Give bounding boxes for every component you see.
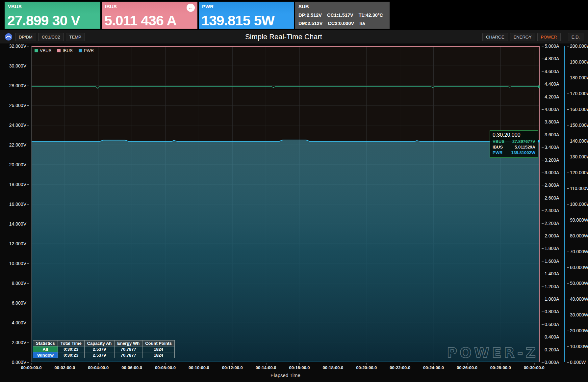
axis-tick-label: 28.000V (9, 83, 26, 88)
tooltip-row: VBUS27.897677V (493, 139, 535, 145)
back-arrow-icon[interactable]: ← (187, 4, 195, 12)
axis-tick-label: 3.200A (545, 157, 559, 163)
vbus-value: 27.899 30 V (7, 14, 80, 28)
sub-measurement: T1:42.30°C (359, 13, 383, 18)
time-tick-label: 00:06:00.0 (121, 365, 142, 370)
axis-tick-label: 60.000W (570, 265, 588, 270)
stats-row-toggle-all[interactable]: All (33, 346, 58, 352)
app-logo-icon[interactable] (5, 33, 13, 41)
tooltip-row: PWR139.81002W (493, 150, 535, 156)
axis-tick-label: 3.000A (545, 170, 559, 175)
tooltip-series-value: 139.81002W (511, 150, 535, 156)
legend-item-vbus: VBUS (35, 48, 51, 53)
axis-tick-label: 1.000A (545, 296, 559, 302)
sub-measurement: na (359, 21, 365, 26)
sub-label: SUB (298, 4, 309, 9)
tab-power[interactable]: POWER (537, 33, 561, 41)
series-line-vbus (31, 87, 540, 88)
time-tick-label: 00:12:00.0 (222, 365, 243, 370)
stats-cell: 0:30:23 (58, 352, 84, 358)
tab-charge[interactable]: CHARGE (482, 33, 508, 41)
legend-item-ibus: IBUS (57, 48, 72, 53)
series-end-marker-pwr (538, 140, 540, 142)
tab-temp[interactable]: TEMP (66, 33, 85, 41)
left-tabs: DP/DMCC1/CC2TEMP (15, 33, 85, 41)
axis-tick-label: 8.000V (12, 281, 26, 286)
stats-cell: 0:30:23 (58, 346, 84, 352)
voltage-axis: 32.000V30.000V28.000V26.000V24.000V22.00… (0, 46, 28, 362)
tab-energy[interactable]: ENERGY (510, 33, 535, 41)
pwr-value: 139.815 5W (201, 14, 274, 28)
stats-header-cell: Total Time (58, 341, 84, 346)
stats-header-row: StatisticsTotal TimeCapacity AhEnergy Wh… (33, 341, 175, 346)
legend-label: PWR (84, 48, 94, 53)
tab-cc1-cc2[interactable]: CC1/CC2 (38, 33, 64, 41)
axis-tick-label: 3.800A (545, 119, 559, 124)
axis-tick-label: 6.000V (12, 300, 26, 306)
axis-tick-label: 140.000W (570, 138, 588, 144)
stats-cell: 70.7877 (115, 352, 142, 358)
axis-tick-label: 80.000W (570, 233, 588, 238)
time-tick-label: 00:22:00.0 (390, 365, 410, 370)
tooltip-series-name: PWR (493, 150, 502, 156)
sub-measurement: DP:2.512V (298, 13, 322, 18)
axis-tick-label: 160.000W (570, 107, 588, 112)
axis-tick-label: 120.000W (570, 170, 588, 175)
axis-tick-label: 22.000V (9, 142, 26, 148)
stats-header-cell: Energy Wh (115, 341, 142, 346)
axis-tick-label: 3.400A (545, 145, 559, 150)
axis-tick-label: 0.600A (545, 322, 559, 327)
right-tabs: CHARGEENERGYPOWERE.D. (482, 33, 583, 41)
x-axis-title: Elapsed Time (31, 372, 540, 378)
tab-dp-dm[interactable]: DP/DM (15, 33, 36, 41)
stats-cell: 1824 (142, 352, 175, 358)
current-axis: 5.000A4.800A4.600A4.400A4.200A4.000A3.80… (541, 46, 564, 362)
axis-tick-label: 190.000W (570, 59, 588, 65)
axis-tick-label: 130.000W (570, 154, 588, 159)
stats-header-cell: Statistics (33, 341, 58, 346)
legend-item-pwr: PWR (79, 48, 94, 53)
time-tick-label: 00:10:00.0 (189, 365, 209, 370)
tab-e-d[interactable]: E.D. (568, 33, 583, 41)
sub-measurement: CC2:0.000V (328, 21, 354, 26)
stats-row-toggle-window[interactable]: Window (33, 352, 58, 358)
tooltip-series-name: VBUS (493, 139, 504, 145)
axis-tick-label: 0.000A (545, 360, 559, 365)
axis-tick-label: 1.800A (545, 246, 559, 251)
time-axis: 00:00:00.000:02:00.000:04:00.000:06:00.0… (31, 364, 540, 370)
axis-tick-label: 18.000V (9, 182, 26, 187)
axis-tick-label: 14.000V (9, 221, 26, 227)
time-tick-label: 00:02:00.0 (54, 365, 75, 370)
stats-header-cell: Capacity Ah (84, 341, 115, 346)
axis-tick-label: 4.400A (545, 81, 559, 87)
ibus-swatch-icon (57, 49, 61, 52)
axis-tick-label: 24.000V (9, 123, 26, 128)
sub-row-1: DP:2.512VCC1:1.517VT1:42.30°C (298, 12, 388, 18)
sub-measurement: DM:2.512V (298, 21, 322, 26)
time-tick-label: 00:26:00.0 (457, 365, 477, 370)
axis-tick-label: 4.800A (545, 56, 559, 61)
time-tick-label: 00:18:00.0 (322, 365, 343, 370)
legend-label: VBUS (40, 48, 51, 53)
axis-tick-label: 2.200A (545, 221, 559, 226)
axis-tick-label: 180.000W (570, 75, 588, 80)
sub-measurement: CC1:1.517V (327, 13, 353, 18)
vbus-card: VBUS 27.899 30 V (5, 2, 100, 29)
axis-tick-label: 40.000W (570, 296, 588, 302)
axis-tick-label: 2.800A (545, 182, 559, 188)
axis-tick-label: 30.000V (9, 63, 26, 68)
ibus-value: 5.011 436 A (104, 14, 176, 28)
power-axis-spine (564, 46, 565, 362)
time-tick-label: 00:16:00.0 (289, 365, 310, 370)
stats-cell: 70.7877 (115, 346, 142, 352)
axis-tick-label: 170.000W (570, 91, 588, 96)
axis-tick-label: 20.000V (9, 162, 26, 167)
stats-cell: 2.5379 (84, 352, 115, 358)
axis-tick-label: 10.000W (570, 344, 588, 349)
axis-tick-label: 200.000W (570, 43, 588, 49)
axis-tick-label: 4.600A (545, 69, 559, 74)
axis-tick-label: 0.200A (545, 347, 559, 352)
axis-tick-label: 0.400A (545, 334, 559, 340)
header: VBUS 27.899 30 V IBUS ← 5.011 436 A PWR … (0, 0, 588, 30)
plot-area[interactable]: VBUSIBUSPWR POWER-Z StatisticsTotal Time… (31, 46, 540, 362)
